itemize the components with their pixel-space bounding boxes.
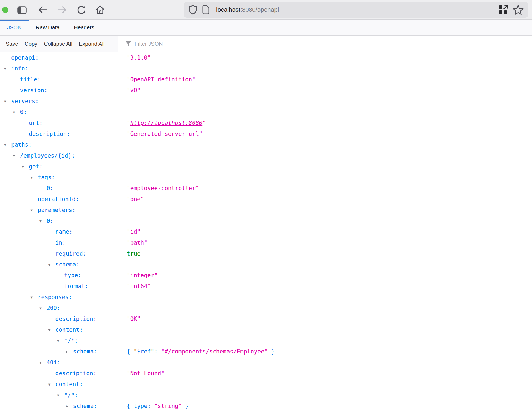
json-key[interactable]: 0: — [47, 218, 53, 224]
copy-button[interactable]: Copy — [25, 41, 38, 47]
tab-raw-data[interactable]: Raw Data — [29, 20, 67, 35]
json-value: "integer" — [127, 270, 158, 281]
json-key: title: — [20, 76, 41, 83]
url-path: :8080/openapi — [240, 6, 279, 13]
expander-icon[interactable]: ▼ — [13, 107, 20, 118]
expander-icon[interactable]: ▼ — [39, 357, 47, 368]
tree-row: name:"id" — [0, 226, 532, 237]
expander-icon[interactable]: ▼ — [48, 325, 55, 336]
tab-json[interactable]: JSON — [0, 20, 29, 35]
preview-segment: { — [127, 403, 134, 409]
tree-row[interactable]: ▼get: — [0, 161, 532, 172]
expander-icon[interactable]: ▼ — [57, 390, 64, 401]
json-key[interactable]: */*: — [64, 392, 78, 398]
reload-icon[interactable] — [77, 5, 86, 14]
page-info-icon[interactable] — [202, 5, 210, 15]
tree-row[interactable]: ▼servers: — [0, 96, 532, 107]
json-value: "Not Found" — [127, 368, 165, 379]
json-value: "OK" — [127, 313, 141, 324]
tree-row[interactable]: ▶schema:{ type: "string" } — [0, 401, 532, 411]
tree-row[interactable]: ▼*/*: — [0, 390, 532, 401]
json-key[interactable]: info: — [11, 65, 28, 72]
json-key[interactable]: content: — [55, 381, 83, 388]
tree-row[interactable]: ▶schema:{ "$ref": "#/components/schemas/… — [0, 346, 532, 357]
expander-icon[interactable]: ▶ — [66, 401, 73, 412]
json-key[interactable]: */*: — [64, 337, 78, 344]
expander-icon[interactable]: ▶ — [66, 346, 73, 357]
json-value: { type: "string" } — [127, 401, 189, 411]
shield-icon[interactable] — [188, 5, 197, 15]
tree-row[interactable]: ▼200: — [0, 303, 532, 313]
expand-all-button[interactable]: Expand All — [79, 41, 105, 47]
expander-icon[interactable]: ▼ — [57, 336, 64, 346]
expander-icon[interactable]: ▼ — [31, 172, 38, 183]
tree-row[interactable]: ▼paths: — [0, 139, 532, 150]
tree-row[interactable]: ▼0: — [0, 216, 532, 226]
json-key[interactable]: 404: — [47, 359, 60, 366]
url-domain: localhost — [216, 6, 240, 13]
tab-headers[interactable]: Headers — [67, 20, 101, 35]
window-control-green[interactable] — [2, 7, 8, 13]
tree-row[interactable]: ▼*/*: — [0, 335, 532, 346]
json-key[interactable]: 0: — [20, 109, 27, 115]
tree-row[interactable]: ▼responses: — [0, 292, 532, 303]
sidebar-toggle-icon[interactable] — [17, 6, 27, 14]
tree-row[interactable]: ▼tags: — [0, 172, 532, 183]
json-key: format: — [64, 283, 88, 290]
tree-row[interactable]: ▼parameters: — [0, 205, 532, 216]
tree-row: title:"OpenAPI definition" — [0, 74, 532, 85]
expander-icon[interactable]: ▼ — [31, 292, 38, 303]
tree-row[interactable]: ▼content: — [0, 379, 532, 390]
expander-icon[interactable]: ▼ — [39, 303, 47, 314]
json-key[interactable]: get: — [29, 163, 43, 170]
url-bar[interactable]: localhost:8080/openapi — [184, 2, 528, 18]
json-key[interactable]: schema: — [73, 348, 97, 355]
expander-icon[interactable]: ▼ — [4, 96, 11, 107]
expander-icon[interactable]: ▼ — [13, 150, 20, 161]
expander-icon[interactable]: ▼ — [4, 140, 11, 150]
url-link[interactable]: http://localhost:8080 — [130, 120, 203, 126]
json-key[interactable]: schema: — [55, 261, 80, 268]
filter-json-input[interactable] — [135, 41, 249, 47]
expander-icon[interactable]: ▼ — [4, 63, 11, 74]
viewer-tab-bar: JSON Raw Data Headers — [0, 20, 532, 36]
json-key[interactable]: parameters: — [38, 207, 76, 213]
expander-icon[interactable]: ▼ — [31, 205, 38, 216]
json-key[interactable]: paths: — [11, 142, 32, 148]
save-button[interactable]: Save — [6, 41, 18, 47]
json-key[interactable]: schema: — [73, 403, 97, 409]
tree-row[interactable]: ▼info: — [0, 63, 532, 74]
grid-expand-icon[interactable] — [498, 5, 508, 15]
json-key: 0: — [47, 185, 53, 192]
tree-row[interactable]: ▼schema: — [0, 259, 532, 270]
json-tree: openapi:"3.1.0"▼info:title:"OpenAPI defi… — [0, 52, 532, 412]
expander-icon[interactable]: ▼ — [39, 216, 47, 227]
browser-chrome: localhost:8080/openapi — [0, 0, 532, 20]
json-key[interactable]: content: — [55, 327, 83, 333]
json-key[interactable]: 200: — [47, 305, 60, 311]
json-value: { "$ref": "#/components/schemas/Employee… — [127, 346, 275, 357]
tree-row[interactable]: ▼content: — [0, 324, 532, 335]
tree-row[interactable]: ▼404: — [0, 357, 532, 368]
bookmark-star-icon[interactable] — [512, 4, 524, 15]
url-text[interactable]: localhost:8080/openapi — [216, 6, 279, 13]
json-key: name: — [55, 229, 73, 235]
tab-raw-data-label: Raw Data — [36, 24, 60, 31]
json-key[interactable]: responses: — [38, 294, 72, 300]
expander-icon[interactable]: ▼ — [48, 259, 55, 270]
back-icon[interactable] — [38, 5, 47, 14]
json-value: "employee-controller" — [127, 183, 199, 194]
collapse-all-button[interactable]: Collapse All — [44, 41, 72, 47]
tree-row[interactable]: ▼/employees/{id}: — [0, 150, 532, 161]
json-key[interactable]: /employees/{id}: — [20, 152, 75, 159]
expander-icon[interactable]: ▼ — [22, 161, 29, 172]
home-icon[interactable] — [95, 5, 105, 15]
tree-row: description:"Generated server url" — [0, 128, 532, 139]
expander-icon[interactable]: ▼ — [48, 379, 55, 390]
json-value: "3.1.0" — [127, 52, 151, 63]
json-key: operationId: — [38, 196, 79, 202]
json-key[interactable]: servers: — [11, 98, 39, 104]
json-value[interactable]: "http://localhost:8080" — [127, 118, 206, 128]
json-key[interactable]: tags: — [38, 174, 55, 181]
tree-row[interactable]: ▼0: — [0, 107, 532, 118]
